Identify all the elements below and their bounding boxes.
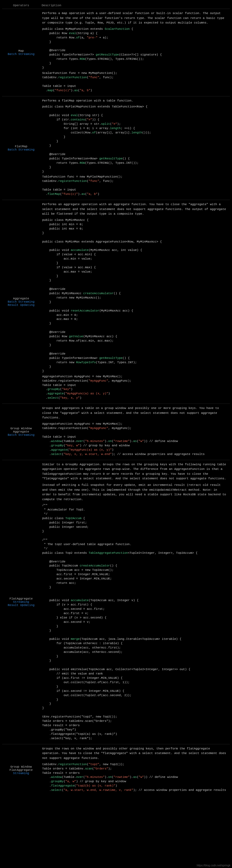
code-map-func: public class MyMapFunction extends Scala… [42, 27, 228, 70]
op-name-gwfa: Group Window FlatAggregate [4, 765, 38, 772]
row-flatagg: FlatAggregate Streaming Result Updating … [2, 460, 230, 744]
code-flatmap-use: TableFunction func = new MyFlatMapFuncti… [42, 175, 228, 196]
th-operators: Operators [2, 2, 40, 9]
th-description: Description [40, 2, 230, 9]
op-mode-flatmap: Batch Streaming [4, 148, 38, 151]
op-mode-aggregate1: Batch Streaming [4, 300, 38, 303]
desc-gwa: Groups and aggregates a table on a group… [42, 406, 228, 420]
code-flatagg-func: /** * Accumulator for Top2. */ public cl… [42, 503, 228, 741]
operators-table: Operators Description Map Batch Streamin… [2, 2, 230, 796]
op-mode-map: Batch Streaming [4, 53, 38, 56]
desc-flatagg1: Similar to a GroupBy Aggregation. Groups… [42, 462, 228, 481]
code-map-use: ScalarFunction func = new MyMapFunction(… [42, 71, 228, 93]
code-flatmap-func: public class MyFlatMapFunction extends T… [42, 105, 228, 174]
op-mode-flatagg2: Result Updating [4, 603, 38, 607]
code-agg-use: AggregateFunction myAggFunc = new MyMinM… [42, 375, 228, 401]
code-gwa-use: AggregateFunction myAggFunc = new MyMinM… [42, 422, 228, 457]
op-name-flatagg: FlatAggregate [4, 597, 38, 600]
op-mode-gwfa: Streaming [4, 772, 38, 775]
op-name-flatmap: FlatMap [4, 145, 38, 148]
desc-map: Performs a map operation with a user-def… [42, 11, 228, 26]
code-agg-func: public class MyMinMaxAcc { public int mi… [42, 218, 228, 373]
op-mode-aggregate2: Result Updating [4, 303, 38, 307]
op-mode-flatagg1: Streaming [4, 600, 38, 603]
op-mode-gwa: Batch Streaming [4, 433, 38, 437]
row-flatmap: FlatMap Batch Streaming Performs a flatM… [2, 96, 230, 200]
row-gwfa: Group Window FlatAggregate Streaming Gro… [2, 744, 230, 796]
row-aggregate: Aggregate Batch Streaming Result Updatin… [2, 200, 230, 404]
desc-gwfa: Groups the rows on the window and possib… [42, 746, 228, 761]
desc-aggregate: Performs an aggregate operation with an … [42, 202, 228, 217]
code-gwfa-use: tableEnv.registerFunction("top2", new To… [42, 763, 228, 793]
op-name-gwa: Group Window Aggregate [4, 427, 38, 433]
op-name-map: Map [4, 49, 38, 53]
desc-flatmap: Performs a flatMap operation with a tabl… [42, 98, 228, 103]
row-map: Map Batch Streaming Performs a map opera… [2, 9, 230, 96]
row-gwa: Group Window Aggregate Batch Streaming G… [2, 404, 230, 460]
op-name-aggregate: Aggregate [4, 297, 38, 300]
desc-flatagg2: Instead of emitting a full snapshot for … [42, 483, 228, 502]
